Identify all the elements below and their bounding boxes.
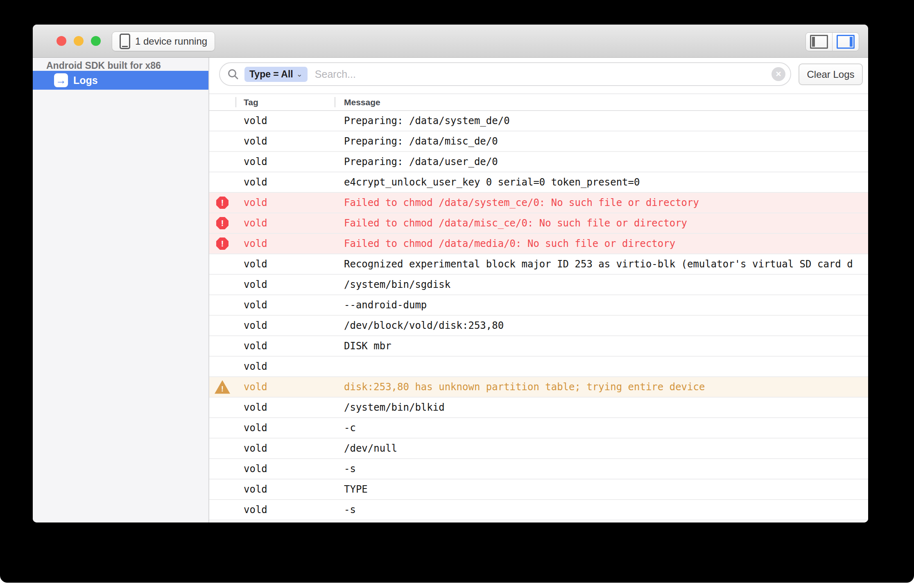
log-tag: vold (235, 463, 335, 475)
log-message: -s (335, 463, 868, 475)
sidebar-item-label: Logs (73, 75, 98, 86)
log-message: Recognized experimental block major ID 2… (335, 258, 868, 270)
chevron-down-icon: ⌄ (296, 70, 303, 78)
log-message: Failed to chmod /data/misc_ce/0: No such… (335, 217, 868, 229)
error-icon: ! (216, 197, 228, 209)
log-row[interactable]: ! ! vold Preparing: /data/misc_de/0 (209, 131, 868, 152)
log-level-cell: ! ! (209, 380, 235, 394)
log-tag: vold (235, 381, 335, 393)
log-row[interactable]: ! ! vold (209, 357, 868, 377)
sidebar-item-logs[interactable]: → Logs (33, 71, 208, 90)
log-rows: ! ! vold Preparing: /data/system_de/0 ! … (209, 111, 868, 522)
log-message: TYPE (335, 484, 868, 495)
device-running-button[interactable]: 1 device running (112, 32, 215, 51)
log-tag: vold (235, 299, 335, 311)
log-level-cell: ! ! (209, 237, 235, 250)
log-message: --android-dump (335, 299, 868, 311)
search-input[interactable] (314, 68, 771, 81)
log-row[interactable]: ! ! vold -c (209, 418, 868, 439)
warning-icon: ! (215, 380, 230, 394)
type-filter-token[interactable]: Type = All ⌄ (244, 67, 308, 82)
log-tag: vold (235, 217, 335, 229)
log-row[interactable]: ! ! vold /system/bin/blkid (209, 398, 868, 418)
error-icon: ! (216, 217, 228, 229)
search-icon (227, 68, 239, 80)
panel-toggle-group (805, 32, 859, 51)
log-tag: vold (235, 258, 335, 270)
log-row[interactable]: ! ! vold -s (209, 459, 868, 479)
error-icon: ! (216, 237, 228, 250)
log-row[interactable]: ! ! vold /dev/block/vold/disk:253,80 (209, 316, 868, 336)
log-message: Preparing: /data/user_de/0 (335, 156, 868, 167)
type-filter-label: Type = All (249, 69, 293, 80)
logs-arrow-icon: → (54, 73, 68, 87)
sidebar: Android SDK built for x86 → Logs (33, 58, 209, 522)
log-tag: vold (235, 443, 335, 454)
log-tag: vold (235, 320, 335, 331)
clear-search-icon[interactable]: ✕ (771, 67, 785, 81)
clear-logs-button[interactable]: Clear Logs (799, 63, 863, 85)
column-icon-header (209, 94, 235, 110)
log-tag: vold (235, 238, 335, 249)
log-viewer-window: 1 device running Android SDK built for x… (33, 25, 868, 522)
log-tag: vold (235, 197, 335, 208)
column-header-message[interactable]: Message (335, 94, 868, 110)
log-message: e4crypt_unlock_user_key 0 serial=0 token… (335, 176, 868, 188)
toggle-right-panel-button[interactable] (832, 33, 859, 51)
log-row[interactable]: ! ! vold DISK mbr (209, 336, 868, 357)
log-tag: vold (235, 176, 335, 188)
log-row[interactable]: ! ! vold e4crypt_unlock_user_key 0 seria… (209, 172, 868, 193)
log-level-cell: ! ! (209, 217, 235, 229)
log-tag: vold (235, 115, 335, 127)
log-row[interactable]: ! ! vold disk:253,80 has unknown partiti… (209, 377, 868, 398)
log-message: -c (335, 422, 868, 434)
log-row[interactable]: ! ! vold -s (209, 500, 868, 520)
toggle-left-panel-button[interactable] (806, 33, 832, 51)
left-panel-icon (810, 35, 828, 49)
log-message: Preparing: /data/misc_de/0 (335, 136, 868, 147)
table-header: Tag Message (209, 93, 868, 111)
log-row[interactable]: ! ! vold --android-dump (209, 295, 868, 316)
device-name-header: Android SDK built for x86 (33, 58, 208, 71)
search-field[interactable]: Type = All ⌄ ✕ (219, 62, 791, 86)
log-message: Failed to chmod /data/system_ce/0: No su… (335, 197, 868, 208)
phone-icon (120, 34, 130, 49)
log-row[interactable]: ! ! vold Failed to chmod /data/system_ce… (209, 193, 868, 213)
maximize-window-button[interactable] (91, 36, 101, 46)
log-message: /dev/null (335, 443, 868, 454)
right-panel-icon (837, 35, 855, 49)
log-message: /system/bin/blkid (335, 402, 868, 413)
log-message: -s (335, 504, 868, 516)
log-row[interactable]: ! ! vold /system/bin/sgdisk (209, 275, 868, 295)
log-row[interactable]: ! ! vold Recognized experimental block m… (209, 254, 868, 275)
log-tag: vold (235, 136, 335, 147)
log-tag: vold (235, 361, 335, 372)
device-running-label: 1 device running (135, 36, 207, 47)
log-level-cell: ! ! (209, 197, 235, 209)
log-row[interactable]: ! ! vold Failed to chmod /data/misc_ce/0… (209, 213, 868, 234)
log-tag: vold (235, 402, 335, 413)
log-message: /system/bin/sgdisk (335, 279, 868, 290)
log-row[interactable]: ! ! vold Failed to chmod /data/media/0: … (209, 234, 868, 254)
log-row[interactable]: ! ! vold /dev/null (209, 439, 868, 459)
main-panel: Type = All ⌄ ✕ Clear Logs Tag Message ! … (209, 58, 868, 522)
log-row[interactable]: ! ! vold Preparing: /data/user_de/0 (209, 152, 868, 172)
column-header-tag[interactable]: Tag (235, 94, 335, 110)
log-message: /dev/block/vold/disk:253,80 (335, 320, 868, 331)
log-tag: vold (235, 422, 335, 434)
log-tag: vold (235, 156, 335, 167)
minimize-window-button[interactable] (74, 36, 84, 46)
log-row[interactable]: ! ! vold TYPE (209, 479, 868, 500)
log-tag: vold (235, 279, 335, 290)
log-tag: vold (235, 504, 335, 516)
log-message: DISK mbr (335, 340, 868, 352)
log-message: Failed to chmod /data/media/0: No such f… (335, 238, 868, 249)
log-message: Preparing: /data/system_de/0 (335, 115, 868, 127)
log-message: disk:253,80 has unknown partition table;… (335, 381, 868, 393)
log-tag: vold (235, 340, 335, 352)
log-row[interactable]: ! ! vold Preparing: /data/system_de/0 (209, 111, 868, 131)
close-window-button[interactable] (57, 36, 66, 46)
desktop: 1 device running Android SDK built for x… (0, 0, 914, 588)
log-tag: vold (235, 484, 335, 495)
titlebar[interactable]: 1 device running (33, 25, 868, 58)
